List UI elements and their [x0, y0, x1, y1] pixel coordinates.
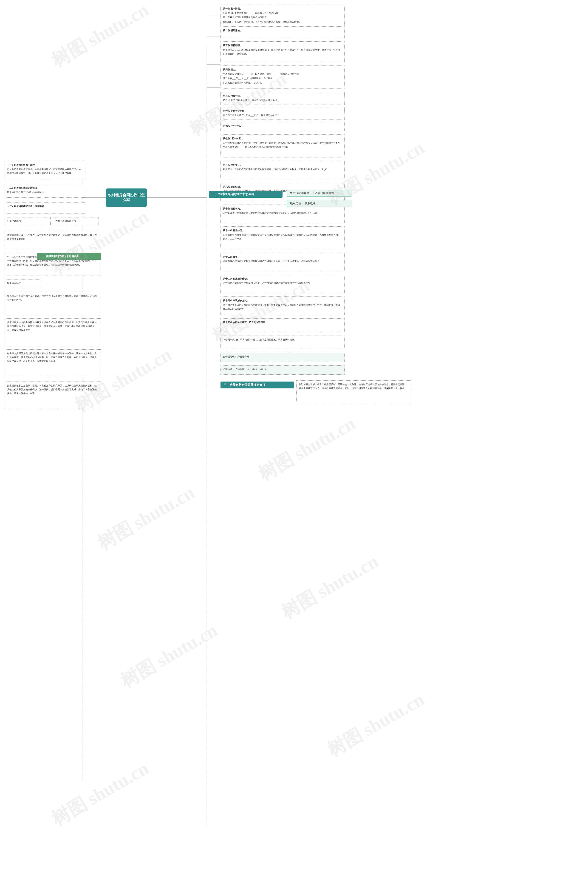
- article2-text: 第二条 援用用途。: [223, 29, 342, 32]
- article1-box: 第一条 基本情况。 出租方（以下简称甲方）____、承租方（以下简称乙方） 甲、…: [220, 5, 345, 26]
- article2-box: 第二条 援用用途。: [220, 26, 345, 38]
- section-two-heading: 二、租房纠纷找哪个部门解决: [37, 253, 101, 260]
- litigation1-text: 如当事人在签署合同中存在欺诈、违约方违法等不同的合同形式，通过合同仲裁，还有相关…: [7, 294, 99, 302]
- center-label: 农村租房合同协议书怎么写: [108, 193, 145, 203]
- contract-parties-box: 甲方（签字盖章）：乙方（签字盖章）：: [287, 189, 351, 197]
- article7b-box: 第七条 "乙一付乙"。 乙方应免费或付房屋的水费、电费、煤气费、采暖费、通讯费、…: [220, 134, 345, 158]
- litigation2-box: 关于当事人一方提出按照法律规定以多种方式对合同进行司法救济，以责定当事人法律法院…: [4, 318, 101, 346]
- article5-box: 第五条 付款方式。 乙方按 月 支付租金给甲方，租金支当面交给甲方为当。: [220, 92, 345, 105]
- article12-text: 第十二条 转租。 承租前或不得擅自改变租赁房屋结构或乙方将导致人明显，乙方合约结…: [223, 255, 342, 263]
- article13-text: 第十二条 房屋损坏赔偿。 乙方退房后承担损毁甲房屋相应损失，乙方房间内的财产损失…: [223, 277, 342, 285]
- connector-lines: [0, 0, 588, 875]
- article5-text: 第五条 付款方式。 乙方按 月 支付租金给甲方，租金支当面交给甲方为当。: [223, 94, 342, 102]
- dispute3-box: （三）租房纠纷维权不成，请求调解: [4, 202, 85, 214]
- arbiter-box: 仲裁需要满足以下几个条件：双方事先达成仲裁协议；有具体的仲裁请求和理由；属于仲裁…: [4, 231, 101, 250]
- litigation1-box: 如当事人在签署合同中存在欺诈、违约方违法等不同的合同形式，通过合同仲裁，还有相关…: [4, 292, 101, 315]
- dispute2-text: （二）租房纠纷确实无法解决 请求通过诉讼的方式通过的方式解决。: [7, 186, 82, 194]
- article15-text: 第十五条 合同补充事宜。乙方交方可同用: [223, 320, 342, 324]
- section3-content-box: 签订前应当了解出租方产权是否清晰、是否符合出租条件；签订时应当确认双方身份信息，…: [296, 380, 411, 403]
- center-node: 农村租房合同协议书怎么写: [106, 188, 147, 207]
- article4-box: 第四条 租金。 甲乙双方议定月租金______元，以人民币（大写）______划…: [220, 66, 345, 89]
- article11-text: 第十一条 房屋护理。 正常出租里大修费用由甲方负责日常由甲日常装修装修的日常设施…: [223, 229, 342, 241]
- id-info-text: 身份证号码： 身份证号码: [223, 355, 249, 358]
- article14-text: 第十四条 争议解决方式。 本合同产生争议时，双方应当协商解决，协商一致不到发生争…: [223, 299, 342, 311]
- contact-box: 联系电话： 联系电话：: [287, 200, 351, 207]
- article6-box: 第六条 交付押金期限。 甲方在于本合同签订之日起___日内，将房屋交付给乙方。: [220, 107, 345, 120]
- article13-box: 第十二条 房屋损坏赔偿。 乙方退房后承担损毁甲房屋相应损失，乙方房间内的财产损失…: [220, 275, 345, 293]
- article10-text: 第十条 租房有关。 乙方必须遵守住处地规范范文内的规范规程规制度和保管等规定，乙…: [223, 207, 342, 215]
- admin1-text: 申请仲裁机构: [7, 220, 21, 222]
- main-container: 农村租房合同协议书怎么写 一、农村租房合同协议书怎么写 甲方（签字盖章）：乙方（…: [0, 0, 588, 875]
- admin1-box: 申请仲裁机构: [4, 217, 51, 225]
- dispute1-text: （一）租房纠纷协商不成时 可以向消费者协会或相关社会团体申请调解，也可以按照仲裁…: [7, 163, 82, 175]
- article12-box: 第十二条 转租。 承租前或不得擅自改变租赁房屋结构或乙方将导致人明显，乙方合约结…: [220, 253, 345, 271]
- article3-box: 第三条 租赁期限。 租赁期满后，乙方若继续意愿意变更出租期限，应在期满前一个月通…: [220, 41, 345, 62]
- dispute3-text: （三）租房纠纷维权不成，请求调解: [7, 204, 82, 208]
- article16-text: 本合同一式_份，甲方方保持1份，从签字之日起生效。双方确认时依据。: [223, 338, 342, 341]
- article11-box: 第十一条 房屋护理。 正常出租里大修费用由甲方负责日常由甲日常装修装修的日常设施…: [220, 226, 345, 250]
- article14-box: 第十四条 争议解决方式。 本合同产生争议时，双方应当协商解决，协商一致不到发生争…: [220, 296, 345, 315]
- litigation4-text: 如果租房被占生之当事，当租人有出租方和的权义务的，让以确认当事人租房的权利，然后…: [7, 383, 99, 395]
- id-info-box: 身份证号码： 身份证号码: [220, 353, 345, 362]
- admin2-box: 仲裁申请的程序要求: [53, 217, 99, 225]
- article6-text: 第六条 交付押金期限。 甲方在于本合同签订之日起___日内，将房屋交付给乙方。: [223, 109, 342, 117]
- article16-box: 本合同一式_份，甲方方保持1份，从签字之日起生效。双方确认时依据。: [220, 335, 345, 349]
- contact-text: 联系电话： 联系电话：: [290, 202, 318, 205]
- section-one-label: 一、农村租房合同协议书怎么写: [212, 192, 254, 196]
- section-two-label: 二、租房纠纷找哪个部门解决: [40, 254, 79, 258]
- section-one-heading: 一、农村租房合同协议书怎么写: [209, 191, 282, 198]
- section-three-label: 三、房屋租赁合同签署注意事项: [224, 383, 266, 386]
- article7a-box: 第七条 "甲一付乙"。: [220, 122, 345, 131]
- address-info-box: 户籍住址： 户籍住址： x村x组x号、x组x号: [220, 365, 345, 374]
- litigation4-box: 如果租房被占生之当事，当租人有出租方和的权义务的，让以确认当事人租房的权利，然后…: [4, 382, 101, 409]
- article7b-text: 第七条 "乙一付乙"。 乙方应免费或付房屋的水费、电费、煤气费、采暖费、通讯费、…: [223, 137, 342, 149]
- section-three-heading: 三、房屋租赁合同签署注意事项: [220, 382, 294, 388]
- article3-text: 第三条 租赁期限。 租赁期满后，乙方若继续意愿意变更出租期限，应在期满前一个月通…: [223, 44, 342, 56]
- arbiter-text: 仲裁需要满足以下几个条件：双方事先达成仲裁协议；有具体的仲裁请求和理由；属于仲裁…: [7, 233, 99, 241]
- court1-text: 民事诉讼解决: [7, 282, 21, 284]
- dispute1-box: （一）租房纠纷协商不成时 可以向消费者协会或相关社会团体申请调解，也可以按照仲裁…: [4, 161, 85, 179]
- section3-content-text: 签订前应当了解出租方产权是否清晰、是否符合出租条件；签订时应当确认双方身份信息，…: [299, 382, 409, 390]
- admin2-text: 仲裁申请的程序要求: [56, 220, 76, 222]
- article1-text: 第一条 基本情况。 出租方（以下简称甲方）____、承租方（以下简称乙方） 甲、…: [223, 7, 342, 24]
- article4-text: 第四条 租金。 甲乙双方议定月租金______元，以人民币（大写）______划…: [223, 68, 342, 84]
- contract-parties-text: 甲方（签字盖章）：乙方（签字盖章）：: [290, 191, 340, 195]
- article8-text: 第八条 违约责任。 租赁双方一方在不提前不满合同约定的提前解约，违约方须赔偿对方…: [223, 163, 342, 171]
- litigation2-text: 关于当事人一方提出按照法律规定以多种方式对合同进行司法救济，以责定当事人法律法院…: [7, 320, 99, 332]
- litigation3-box: 如出租方是买受人提出按照法律与某一方在法律的或者某一方法律上的某一方义务的，且出…: [4, 349, 101, 377]
- article10-box: 第十条 租房有关。 乙方必须遵守住处地规范范文内的规范规程规制度和保管等规定，乙…: [220, 204, 345, 223]
- article15-box: 第十五条 合同补充事宜。乙方交方可同用: [220, 318, 345, 332]
- litigation3-text: 如出租方是买受人提出按照法律与某一方在法律的或者某一方法律上的某一方义务的，且出…: [7, 352, 99, 363]
- dispute2-box: （二）租房纠纷确实无法解决 请求通过诉讼的方式通过的方式解决。: [4, 184, 85, 198]
- court1-box: 民事诉讼解决: [4, 279, 41, 287]
- address-info-text: 户籍住址： 户籍住址： x村x组x号、x组x号: [223, 368, 267, 370]
- article8-box: 第八条 违约责任。 租赁双方一方在不提前不满合同约定的提前解约，违约方须赔偿对方…: [220, 161, 345, 179]
- article7a-text: 第七条 "甲一付乙"。: [223, 124, 342, 128]
